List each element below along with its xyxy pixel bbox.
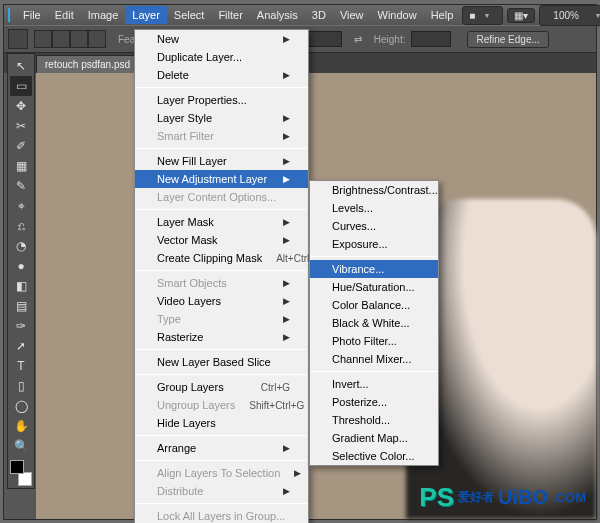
tool-blur[interactable]: ◧ xyxy=(10,276,32,296)
tool-text[interactable]: T xyxy=(10,356,32,376)
layer-menu-item[interactable]: Hide Layers xyxy=(135,414,308,432)
adj-menu-item[interactable]: Posterize... xyxy=(310,393,438,411)
tool-path[interactable]: ▯ xyxy=(10,376,32,396)
layer-menu-item[interactable]: New Fill Layer▶ xyxy=(135,152,308,170)
menu-view[interactable]: View xyxy=(333,6,371,24)
adj-menu-item[interactable]: Gradient Map... xyxy=(310,429,438,447)
adj-menu-item[interactable]: Brightness/Contrast... xyxy=(310,181,438,199)
layer-menu-item[interactable]: Layer Style▶ xyxy=(135,109,308,127)
adj-menu-item[interactable]: Levels... xyxy=(310,199,438,217)
view-extras-button[interactable]: ▦▾ xyxy=(507,8,535,23)
tool-shape[interactable]: ◯ xyxy=(10,396,32,416)
tool-marquee[interactable]: ▭ xyxy=(10,76,32,96)
tool-stamp[interactable]: ⌖ xyxy=(10,196,32,216)
selection-mode-group[interactable] xyxy=(34,30,106,48)
menu-edit[interactable]: Edit xyxy=(48,6,81,24)
layer-menu-item[interactable]: Delete▶ xyxy=(135,66,308,84)
adj-menu-item[interactable]: Selective Color... xyxy=(310,447,438,465)
layer-menu: New▶Duplicate Layer...Delete▶Layer Prope… xyxy=(134,29,309,523)
menu-file[interactable]: File xyxy=(16,6,48,24)
menu-3d[interactable]: 3D xyxy=(305,6,333,24)
tool-preset-icon[interactable] xyxy=(8,29,28,49)
layer-menu-item: Distribute▶ xyxy=(135,482,308,500)
height-field[interactable] xyxy=(411,31,451,47)
adj-menu-item[interactable]: Invert... xyxy=(310,375,438,393)
layer-menu-item[interactable]: New Layer Based Slice xyxy=(135,353,308,371)
tool-lasso[interactable]: ✥ xyxy=(10,96,32,116)
app-window: File Edit Image Layer Select Filter Anal… xyxy=(3,4,597,520)
layer-menu-item[interactable]: New Adjustment Layer▶ xyxy=(135,170,308,188)
color-swatches[interactable] xyxy=(10,460,32,486)
tool-type[interactable]: ➚ xyxy=(10,336,32,356)
background-color-swatch[interactable] xyxy=(18,472,32,486)
foreground-color-swatch[interactable] xyxy=(10,460,24,474)
tool-healing[interactable]: ▦ xyxy=(10,156,32,176)
adj-menu-item[interactable]: Black & White... xyxy=(310,314,438,332)
layer-menu-item: Align Layers To Selection▶ xyxy=(135,464,308,482)
app-icon xyxy=(8,8,10,22)
layer-menu-item: Lock All Layers in Group... xyxy=(135,507,308,523)
adj-menu-item[interactable]: Threshold... xyxy=(310,411,438,429)
layer-menu-item: Smart Objects▶ xyxy=(135,274,308,292)
tool-pen[interactable]: ✑ xyxy=(10,316,32,336)
menu-analysis[interactable]: Analysis xyxy=(250,6,305,24)
layer-menu-item[interactable]: Layer Properties... xyxy=(135,91,308,109)
height-label: Height: xyxy=(374,34,406,45)
layer-menu-item: Type▶ xyxy=(135,310,308,328)
refine-edge-button[interactable]: Refine Edge... xyxy=(467,31,548,48)
tool-eyedropper[interactable]: ✐ xyxy=(10,136,32,156)
tool-gradient[interactable]: ● xyxy=(10,256,32,276)
menu-layer[interactable]: Layer xyxy=(125,6,167,24)
layer-menu-item: Smart Filter▶ xyxy=(135,127,308,145)
launch-bridge-button[interactable]: ■ ▾ xyxy=(462,6,503,25)
tool-dodge[interactable]: ▤ xyxy=(10,296,32,316)
toolbox: ↖ ▭ ✥ ✂ ✐ ▦ ✎ ⌖ ⎌ ◔ ● ◧ ▤ ✑ ➚ T ▯ ◯ ✋ 🔍 xyxy=(7,53,35,489)
tool-crop[interactable]: ✂ xyxy=(10,116,32,136)
layer-menu-item[interactable]: Video Layers▶ xyxy=(135,292,308,310)
layer-menu-item[interactable]: Layer Mask▶ xyxy=(135,213,308,231)
menubar: File Edit Image Layer Select Filter Anal… xyxy=(4,5,596,25)
tool-zoom[interactable]: 🔍 xyxy=(10,436,32,456)
adj-menu-item[interactable]: Photo Filter... xyxy=(310,332,438,350)
menu-image[interactable]: Image xyxy=(81,6,126,24)
watermark: PS 爱好者 UiBO.COM xyxy=(419,482,586,513)
adj-menu-item[interactable]: Curves... xyxy=(310,217,438,235)
layer-menu-item[interactable]: Create Clipping MaskAlt+Ctrl+G xyxy=(135,249,308,267)
menu-filter[interactable]: Filter xyxy=(211,6,249,24)
tool-hand[interactable]: ✋ xyxy=(10,416,32,436)
adj-menu-item[interactable]: Color Balance... xyxy=(310,296,438,314)
zoom-level[interactable]: 100% ▾ xyxy=(539,5,600,26)
adj-menu-item[interactable]: Channel Mixer... xyxy=(310,350,438,368)
layer-menu-item[interactable]: Duplicate Layer... xyxy=(135,48,308,66)
adj-menu-item[interactable]: Exposure... xyxy=(310,235,438,253)
tool-history[interactable]: ⎌ xyxy=(10,216,32,236)
layer-menu-item[interactable]: Group LayersCtrl+G xyxy=(135,378,308,396)
layer-menu-item: Layer Content Options... xyxy=(135,188,308,206)
layer-menu-item[interactable]: Rasterize▶ xyxy=(135,328,308,346)
layer-menu-item[interactable]: Arrange▶ xyxy=(135,439,308,457)
tool-move[interactable]: ↖ xyxy=(10,56,32,76)
adj-menu-item[interactable]: Hue/Saturation... xyxy=(310,278,438,296)
tool-eraser[interactable]: ◔ xyxy=(10,236,32,256)
adj-menu-item[interactable]: Vibrance... xyxy=(310,260,438,278)
layer-menu-item[interactable]: Vector Mask▶ xyxy=(135,231,308,249)
layer-menu-item: Ungroup LayersShift+Ctrl+G xyxy=(135,396,308,414)
adjustment-submenu: Brightness/Contrast...Levels...Curves...… xyxy=(309,180,439,466)
menu-help[interactable]: Help xyxy=(424,6,461,24)
tab-doc-1[interactable]: retouch psdfan.psd× xyxy=(36,55,149,73)
tool-brush[interactable]: ✎ xyxy=(10,176,32,196)
swap-icon[interactable]: ⇄ xyxy=(354,34,362,45)
menu-select[interactable]: Select xyxy=(167,6,212,24)
layer-menu-item[interactable]: New▶ xyxy=(135,30,308,48)
menu-window[interactable]: Window xyxy=(371,6,424,24)
